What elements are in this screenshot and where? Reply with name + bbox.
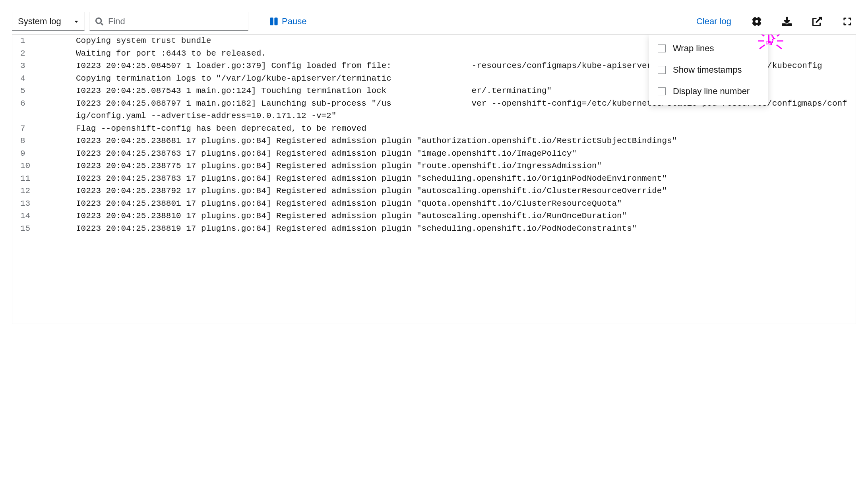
pause-icon [270, 17, 278, 26]
log-row: 9I0223 20:04:25.238763 17 plugins.go:84]… [12, 147, 856, 160]
line-number: 1 [12, 35, 76, 47]
expand-icon [843, 17, 852, 26]
settings-button[interactable] [748, 13, 765, 30]
line-number: 5 [12, 85, 76, 97]
line-number: 4 [12, 72, 76, 85]
checkbox-icon [658, 66, 666, 74]
settings-item-label: Display line number [673, 86, 750, 97]
pause-label: Pause [282, 16, 306, 27]
settings-display-line-number[interactable]: Display line number [649, 81, 768, 102]
checkbox-icon [658, 44, 666, 52]
line-text: I0223 20:04:25.238801 17 plugins.go:84] … [76, 197, 856, 210]
clear-log-button[interactable]: Clear log [692, 13, 735, 30]
line-number: 14 [12, 210, 76, 222]
line-number: 15 [12, 222, 76, 235]
line-number: 13 [12, 197, 76, 210]
line-number: 7 [12, 122, 76, 135]
download-icon [782, 17, 792, 26]
log-toolbar: System log Pause Clear log [12, 12, 856, 31]
settings-show-timestamps[interactable]: Show timestamps [649, 59, 768, 81]
open-external-button[interactable] [808, 13, 826, 30]
clear-log-label: Clear log [696, 16, 731, 27]
log-row: 12I0223 20:04:25.238792 17 plugins.go:84… [12, 185, 856, 197]
line-text: I0223 20:04:25.238775 17 plugins.go:84] … [76, 160, 856, 172]
line-text: I0223 20:04:25.238819 17 plugins.go:84] … [76, 222, 856, 235]
line-number: 3 [12, 60, 76, 72]
checkbox-icon [658, 87, 666, 95]
settings-item-label: Show timestamps [673, 65, 742, 75]
settings-popover: Wrap lines Show timestamps Display line … [649, 35, 768, 105]
pause-button[interactable]: Pause [266, 13, 310, 30]
find-field[interactable] [89, 12, 248, 31]
log-row: 8I0223 20:04:25.238681 17 plugins.go:84]… [12, 135, 856, 147]
line-number: 9 [12, 147, 76, 160]
settings-item-label: Wrap lines [673, 43, 714, 54]
line-text: I0223 20:04:25.238810 17 plugins.go:84] … [76, 210, 856, 222]
find-input[interactable] [108, 16, 242, 27]
log-viewer: Wrap lines Show timestamps Display line … [12, 34, 856, 324]
log-row: 15I0223 20:04:25.238819 17 plugins.go:84… [12, 222, 856, 235]
line-number: 6 [12, 97, 76, 122]
dropdown-label: System log [18, 16, 61, 27]
line-number: 2 [12, 47, 76, 60]
gear-icon [752, 17, 761, 26]
log-row: 10I0223 20:04:25.238775 17 plugins.go:84… [12, 160, 856, 172]
line-number: 12 [12, 185, 76, 197]
line-number: 10 [12, 160, 76, 172]
external-link-icon [812, 17, 822, 26]
line-number: 11 [12, 172, 76, 185]
line-text: I0223 20:04:25.238792 17 plugins.go:84] … [76, 185, 856, 197]
log-row: 13I0223 20:04:25.238801 17 plugins.go:84… [12, 197, 856, 210]
log-row: 7Flag --openshift-config has been deprec… [12, 122, 856, 135]
line-text: I0223 20:04:25.238681 17 plugins.go:84] … [76, 135, 856, 147]
search-icon [95, 17, 103, 25]
download-button[interactable] [778, 13, 796, 30]
log-source-dropdown[interactable]: System log [12, 12, 85, 31]
line-number: 8 [12, 135, 76, 147]
caret-down-icon [74, 19, 79, 24]
line-text: Flag --openshift-config has been depreca… [76, 122, 856, 135]
settings-wrap-lines[interactable]: Wrap lines [649, 38, 768, 59]
log-row: 11I0223 20:04:25.238783 17 plugins.go:84… [12, 172, 856, 185]
line-text: I0223 20:04:25.238763 17 plugins.go:84] … [76, 147, 856, 160]
log-row: 14I0223 20:04:25.238810 17 plugins.go:84… [12, 210, 856, 222]
line-text: I0223 20:04:25.238783 17 plugins.go:84] … [76, 172, 856, 185]
expand-button[interactable] [839, 13, 856, 30]
